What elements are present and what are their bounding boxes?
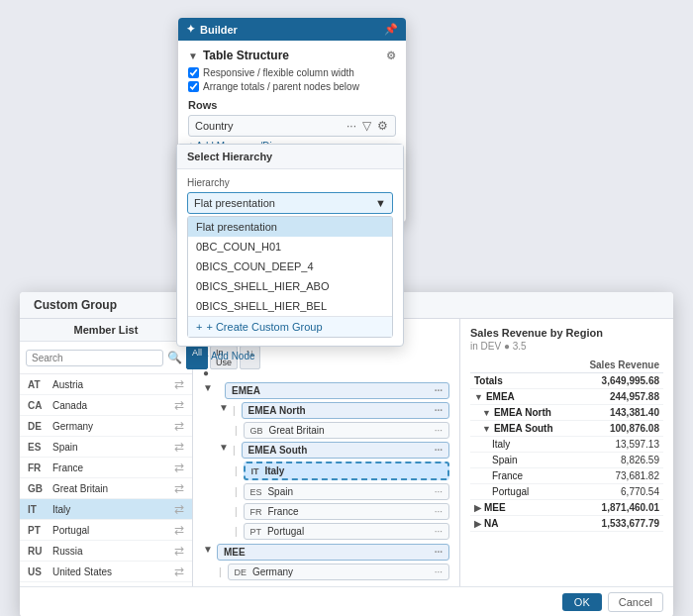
settings-icon[interactable]: ⚙: [386, 50, 396, 62]
mee-toggle[interactable]: ▼: [203, 544, 217, 555]
result-row-na: ▶NA 1,533,677.79: [470, 516, 663, 532]
drag-icon: ⇄: [174, 377, 184, 391]
result-row-portugal: Portugal 6,770.54: [470, 484, 663, 500]
tree-node-gb: | GB Great Britain ···: [203, 422, 449, 439]
results-panel: Sales Revenue by Region in DEV ● 3.5 Sal…: [460, 319, 673, 586]
it-node-box[interactable]: IT Italy: [244, 462, 449, 480]
search-icon: 🔍: [167, 351, 182, 364]
option-flat[interactable]: Flat presentation: [188, 217, 392, 237]
mee-more-icon[interactable]: ···: [435, 547, 443, 558]
result-row-emea-north: ▼EMEA North 143,381.40: [470, 405, 663, 421]
member-row-ES[interactable]: ES Spain ⇄: [20, 437, 192, 458]
member-search-input[interactable]: [26, 350, 163, 366]
gb-node-box[interactable]: GB Great Britain ···: [244, 422, 449, 439]
country-field-row: Country ··· ▽ ⚙: [188, 115, 396, 137]
de-more-icon[interactable]: ···: [435, 566, 443, 577]
ok-button[interactable]: OK: [562, 593, 602, 611]
drag-icon: ⇄: [174, 565, 184, 578]
col-value-header: Sales Revenue: [572, 358, 663, 373]
emea-south-more-icon[interactable]: ···: [435, 445, 443, 456]
pipe-icon-5: |: [235, 486, 238, 497]
cancel-button[interactable]: Cancel: [608, 592, 663, 612]
gb-more-icon[interactable]: ···: [435, 425, 443, 436]
fr-node-box[interactable]: FR France ···: [244, 503, 449, 520]
cg-footer: OK Cancel: [20, 586, 673, 616]
es-node-box[interactable]: ES Spain ···: [244, 483, 449, 500]
result-row-emea: ▼EMEA 244,957.88: [470, 389, 663, 405]
member-search-row: 🔍 All In Use ↑↓: [20, 342, 192, 374]
col-label-header: [470, 358, 572, 373]
checkbox-responsive: Responsive / flexible column width: [188, 67, 396, 78]
tree-node-de: | DE Germany ···: [203, 564, 449, 580]
member-row-US[interactable]: US United States ⇄: [20, 562, 192, 582]
result-row-spain: Spain 8,826.59: [470, 453, 663, 468]
emea-north-toggle[interactable]: ▼: [219, 402, 233, 413]
emea-north-node-box[interactable]: EMEA North ···: [242, 402, 449, 419]
select-hierarchy-panel: Select Hierarchy Hierarchy Flat presenta…: [176, 144, 404, 347]
member-row-DE[interactable]: DE Germany ⇄: [20, 416, 192, 437]
drag-icon: ⇄: [174, 398, 184, 412]
hierarchy-selected-value: Flat presentation: [194, 197, 275, 209]
drag-icon: ⇄: [174, 544, 184, 558]
emea-toggle[interactable]: ▼: [203, 382, 217, 393]
select-hierarchy-body: Hierarchy Flat presentation ▼ Flat prese…: [177, 169, 403, 346]
group-editor: * Group Name + Add Node ● ▼ EMEA: [193, 319, 460, 586]
member-row-RU[interactable]: RU Russia ⇄: [20, 541, 192, 562]
tree-node-it: | IT Italy: [203, 462, 449, 480]
country-settings-btn[interactable]: ⚙: [376, 119, 389, 133]
pipe-icon-6: |: [235, 506, 238, 517]
mee-node-box[interactable]: MEE ···: [217, 544, 449, 561]
pipe-icon-8: |: [219, 566, 222, 577]
country-filter-btn[interactable]: ▽: [361, 119, 372, 133]
emea-more-icon[interactable]: ···: [435, 385, 443, 396]
emea-node-box[interactable]: EMEA ···: [225, 382, 449, 399]
option-abo[interactable]: 0BICS_SHELL_HIER_ABO: [188, 276, 392, 296]
emea-north-more-icon[interactable]: ···: [435, 405, 443, 416]
result-row-emea-south: ▼EMEA South 100,876.08: [470, 421, 663, 437]
table-structure-title: ▼ Table Structure ⚙: [188, 49, 396, 62]
drag-icon: ⇄: [174, 419, 184, 433]
emea-south-toggle[interactable]: ▼: [219, 442, 233, 453]
custom-group-body: Member List 🔍 All In Use ↑↓ AT Austria ⇄…: [20, 319, 673, 586]
option-h01[interactable]: 0BC_COUN_H01: [188, 237, 392, 257]
create-custom-group-btn[interactable]: + + Create Custom Group: [188, 316, 392, 337]
results-title: Sales Revenue by Region: [470, 327, 663, 339]
checkbox-arrange-input[interactable]: [188, 81, 199, 92]
option-deep4[interactable]: 0BICS_COUN_DEEP_4: [188, 257, 392, 276]
member-row-CA[interactable]: CA Canada ⇄: [20, 395, 192, 416]
member-row-GB[interactable]: GB Great Britain ⇄: [20, 478, 192, 499]
plus-icon: +: [196, 321, 202, 333]
builder-title: Builder: [200, 24, 238, 36]
fr-more-icon[interactable]: ···: [435, 506, 443, 517]
hierarchy-dropdown: Flat presentation 0BC_COUN_H01 0BICS_COU…: [187, 216, 393, 338]
collapse-icon[interactable]: ▼: [188, 51, 198, 61]
results-subtitle: in DEV ● 3.5: [470, 341, 663, 352]
pipe-icon-4: |: [235, 465, 238, 476]
option-bel[interactable]: 0BICS_SHELL_HIER_BEL: [188, 296, 392, 316]
es-more-icon[interactable]: ···: [435, 486, 443, 497]
builder-icon: ✦: [186, 23, 195, 36]
country-field-icons: ··· ▽ ⚙: [346, 119, 389, 133]
member-row-PT[interactable]: PT Portugal ⇄: [20, 520, 192, 541]
drag-icon: ⇄: [174, 502, 184, 516]
member-row-IT[interactable]: IT Italy ⇄: [20, 499, 192, 520]
tree-node-es: | ES Spain ···: [203, 483, 449, 500]
emea-south-node-box[interactable]: EMEA South ···: [242, 442, 449, 459]
member-list: Member List 🔍 All In Use ↑↓ AT Austria ⇄…: [20, 319, 193, 586]
result-row-italy: Italy 13,597.13: [470, 437, 663, 453]
builder-pin-icon[interactable]: 📌: [384, 23, 398, 36]
drag-icon: ⇄: [174, 523, 184, 537]
de-node-box[interactable]: DE Germany ···: [228, 564, 449, 580]
result-row-france: France 73,681.82: [470, 468, 663, 484]
add-node-link[interactable]: + Add Node: [203, 351, 449, 361]
pt-node-box[interactable]: PT Portugal ···: [244, 523, 449, 540]
member-row-FR[interactable]: FR France ⇄: [20, 458, 192, 478]
pt-more-icon[interactable]: ···: [435, 526, 443, 537]
select-hierarchy-header: Select Hierarchy: [177, 145, 403, 169]
member-row-AT[interactable]: AT Austria ⇄: [20, 374, 192, 395]
pipe-icon-3: |: [233, 445, 236, 456]
checkbox-responsive-input[interactable]: [188, 67, 199, 78]
tree-area: ● ▼ EMEA ··· ▼: [203, 367, 449, 580]
country-more-btn[interactable]: ···: [346, 119, 357, 133]
hierarchy-select[interactable]: Flat presentation ▼: [187, 192, 393, 214]
